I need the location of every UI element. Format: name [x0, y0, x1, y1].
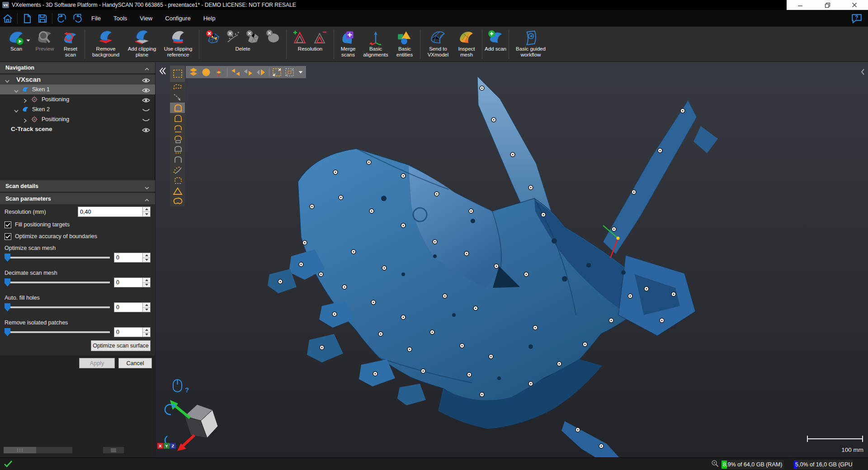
checkbox-checked-icon[interactable]: [5, 233, 11, 240]
apply-button[interactable]: Apply: [79, 358, 115, 368]
dashed-arch-tool[interactable]: [170, 175, 185, 186]
freeform-selection-tool[interactable]: [170, 82, 185, 92]
eye-closed-icon[interactable]: [142, 107, 150, 115]
basic-entities-button[interactable]: Basic entities: [392, 27, 418, 61]
collapse-left-panel-icon[interactable]: [158, 67, 167, 77]
minimize-button[interactable]: [787, 0, 814, 10]
scan-details-header[interactable]: Scan details: [0, 180, 155, 192]
increase-resolution-button[interactable]: [292, 29, 308, 46]
merge-scans-button[interactable]: Merge scans: [336, 27, 360, 61]
optimize-scan-surface-button[interactable]: Optimize scan surface: [91, 340, 151, 351]
gray-stadium-tool[interactable]: [170, 144, 185, 155]
menu-configure[interactable]: Configure: [159, 10, 197, 27]
home-icon[interactable]: [0, 12, 15, 25]
remove-isolated-patches-slider[interactable]: [5, 328, 110, 336]
slider-value-input[interactable]: [114, 328, 142, 337]
menu-view[interactable]: View: [133, 10, 159, 27]
arch-underline-tool[interactable]: [170, 123, 185, 134]
arch-plane-tool[interactable]: [170, 134, 185, 144]
tree-item-positioning-1[interactable]: Positioning: [0, 94, 155, 104]
restore-session-icon[interactable]: [54, 12, 70, 25]
menu-help[interactable]: Help: [197, 10, 222, 27]
optimize-accuracy-checkbox[interactable]: Optimize accuracy of boundaries: [5, 233, 97, 240]
slider-value-input[interactable]: [114, 303, 142, 312]
viewport-3d[interactable]: ? X Y Z 100 mm: [156, 62, 868, 457]
scrollbar-thumb[interactable]: [4, 447, 36, 453]
shrink-selection-tool[interactable]: [284, 67, 296, 77]
panel-menu-button[interactable]: [103, 447, 124, 453]
decimate-scan-mesh-slider[interactable]: [5, 278, 110, 287]
tree-item-positioning-2[interactable]: Positioning: [0, 114, 155, 124]
spinner-buttons[interactable]: [142, 303, 150, 312]
cancel-button[interactable]: Cancel: [118, 358, 152, 368]
menu-tools[interactable]: Tools: [107, 10, 133, 27]
scan-button[interactable]: Scan: [2, 27, 31, 61]
spin-up-icon[interactable]: [143, 207, 150, 212]
triangle-selection-tool[interactable]: [170, 186, 185, 196]
remove-background-button[interactable]: Remove background: [87, 27, 124, 61]
rectangle-selection-tool[interactable]: [170, 66, 185, 82]
half-stadium-outline-tool[interactable]: [170, 113, 185, 123]
chevron-up-icon[interactable]: [144, 197, 150, 205]
zoom-status-icon[interactable]: [711, 460, 719, 469]
decrease-resolution-button[interactable]: [312, 29, 328, 46]
grow-selection-tool[interactable]: [272, 67, 283, 77]
add-scan-button[interactable]: Add scan: [485, 27, 506, 61]
eye-open-icon[interactable]: [142, 127, 150, 135]
fill-positioning-targets-checkbox[interactable]: Fill positioning targets: [5, 221, 70, 228]
scan-mesh-scene[interactable]: [156, 62, 868, 457]
basic-guided-workflow-button[interactable]: Basic guided workflow: [511, 27, 550, 61]
chevron-up-icon[interactable]: [144, 66, 150, 74]
compress-selection-tool[interactable]: [213, 67, 225, 77]
delete-scan-button[interactable]: [205, 29, 221, 46]
spin-down-icon[interactable]: [143, 212, 150, 216]
chevron-down-icon[interactable]: [144, 184, 150, 192]
restore-button[interactable]: [814, 0, 841, 10]
spinner-buttons[interactable]: [142, 278, 150, 287]
slider-handle[interactable]: [5, 254, 10, 262]
checkbox-checked-icon[interactable]: [5, 221, 11, 228]
menu-file[interactable]: File: [85, 10, 107, 27]
navigation-header[interactable]: Navigation: [0, 62, 155, 73]
spinner-buttons[interactable]: [142, 253, 150, 262]
spinner-buttons[interactable]: [142, 207, 150, 216]
selection-dropdown-icon[interactable]: [297, 67, 304, 77]
send-to-vxmodel-button[interactable]: Send to VXmodel: [423, 27, 453, 61]
swap-selection-tool[interactable]: [242, 67, 254, 77]
delete-facets-button[interactable]: [245, 29, 260, 46]
half-stadium-selection-tool-active[interactable]: [170, 103, 185, 113]
scan-dropdown-icon[interactable]: [26, 36, 30, 44]
line-selection-tool[interactable]: [170, 92, 185, 103]
eye-open-icon[interactable]: [142, 97, 150, 105]
preview-button[interactable]: Preview: [31, 27, 59, 61]
eye-open-icon[interactable]: [142, 77, 150, 85]
spinner-buttons[interactable]: [142, 328, 150, 337]
eye-closed-icon[interactable]: [142, 117, 150, 125]
invert-selection-left-tool[interactable]: [230, 67, 241, 77]
delete-curve-button[interactable]: [225, 29, 241, 46]
auto-fill-holes-slider[interactable]: [5, 303, 110, 311]
slider-value-input[interactable]: [114, 278, 142, 287]
slider-value-input[interactable]: [114, 253, 142, 262]
eye-open-icon[interactable]: [142, 87, 150, 95]
scan-parameters-header[interactable]: Scan parameters: [0, 193, 155, 204]
use-clipping-reference-button[interactable]: Use clipping reference: [160, 27, 197, 61]
slider-handle[interactable]: [5, 328, 10, 336]
blob-selection-tool[interactable]: [170, 196, 185, 207]
inspect-mesh-button[interactable]: Inspect mesh: [453, 27, 480, 61]
reset-scan-button[interactable]: Reset scan: [59, 27, 82, 61]
tree-item-sken-1[interactable]: Sken 1: [0, 85, 155, 94]
dotted-curve-tool[interactable]: [170, 165, 185, 175]
slider-handle[interactable]: [5, 303, 10, 311]
save-session-icon[interactable]: [35, 12, 50, 25]
tree-item-ctrack-scene[interactable]: C-Track scene: [0, 124, 155, 134]
new-session-icon[interactable]: [19, 12, 35, 25]
help-chat-icon[interactable]: ?: [849, 12, 864, 25]
slider-handle[interactable]: [5, 278, 10, 287]
basic-alignments-button[interactable]: Basic alignments: [360, 27, 392, 61]
optimize-scan-mesh-slider[interactable]: [5, 254, 110, 262]
surface-layers-tool[interactable]: [188, 67, 199, 77]
resolution-input[interactable]: [78, 207, 142, 216]
collapse-right-panel-icon[interactable]: [860, 68, 865, 77]
mouse-help-icon[interactable]: ?: [172, 378, 190, 396]
